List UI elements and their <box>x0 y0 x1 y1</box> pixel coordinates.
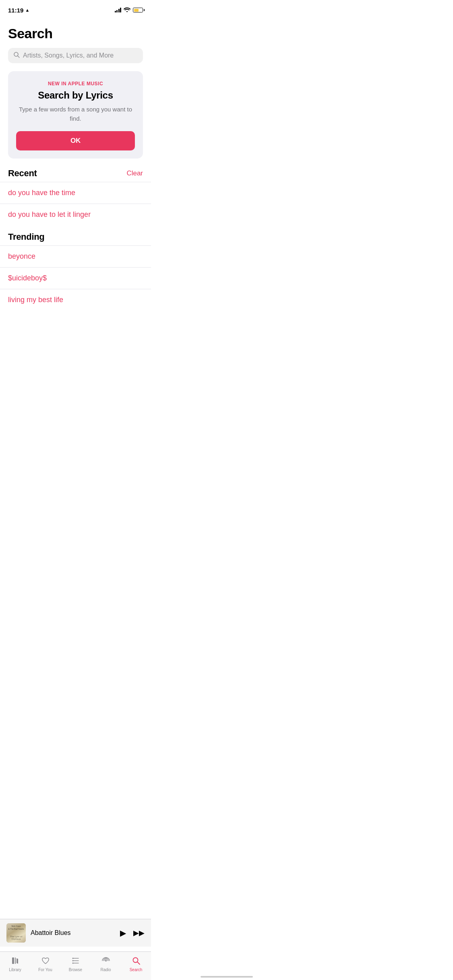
signal-bar-3 <box>118 9 120 12</box>
main-content: Search Artists, Songs, Lyrics, and More … <box>0 18 151 159</box>
page-title: Search <box>8 26 143 41</box>
trending-section-header: Trending <box>0 232 151 242</box>
svg-line-1 <box>18 56 19 58</box>
trending-item-3-text: living my best life <box>8 296 63 304</box>
signal-bar-2 <box>116 10 118 12</box>
signal-bar-4 <box>120 8 121 12</box>
trending-item-2-text: $uicideboy$ <box>8 274 47 282</box>
battery-fill <box>134 9 139 12</box>
trending-title: Trending <box>8 232 45 242</box>
feature-card-title: Search by Lyrics <box>16 90 135 101</box>
search-placeholder: Artists, Songs, Lyrics, and More <box>23 52 114 59</box>
clear-button[interactable]: Clear <box>126 169 143 177</box>
status-time: 11:19 ▲ <box>8 7 29 14</box>
recent-item-1-text: do you have the time <box>8 189 75 197</box>
trending-item-2[interactable]: $uicideboy$ <box>0 267 151 289</box>
feature-card-badge: NEW IN APPLE MUSIC <box>16 81 135 86</box>
trending-list: beyonce $uicideboy$ living my best life <box>0 245 151 311</box>
recent-list: do you have the time do you have to let … <box>0 182 151 225</box>
location-icon: ▲ <box>25 8 29 12</box>
signal-bars <box>115 8 122 12</box>
feature-card-desc: Type a few words from a song you want to… <box>16 105 135 123</box>
trending-item-1-text: beyonce <box>8 252 35 260</box>
signal-bar-1 <box>115 11 116 12</box>
wifi-icon <box>124 7 130 13</box>
battery-icon <box>133 8 143 12</box>
recent-item-1[interactable]: do you have the time <box>0 182 151 204</box>
time-display: 11:19 <box>8 7 23 14</box>
trending-item-3[interactable]: living my best life <box>0 289 151 311</box>
search-bar-icon <box>14 52 20 59</box>
feature-card: NEW IN APPLE MUSIC Search by Lyrics Type… <box>8 71 143 159</box>
status-icons <box>115 7 143 13</box>
recent-section-header: Recent Clear <box>0 168 151 179</box>
recent-item-2-text: do you have to let it linger <box>8 210 91 218</box>
status-bar: 11:19 ▲ <box>0 0 151 18</box>
ok-button[interactable]: OK <box>16 131 135 150</box>
recent-title: Recent <box>8 168 37 179</box>
recent-item-2[interactable]: do you have to let it linger <box>0 204 151 225</box>
trending-item-1[interactable]: beyonce <box>0 245 151 267</box>
search-bar[interactable]: Artists, Songs, Lyrics, and More <box>8 48 143 63</box>
